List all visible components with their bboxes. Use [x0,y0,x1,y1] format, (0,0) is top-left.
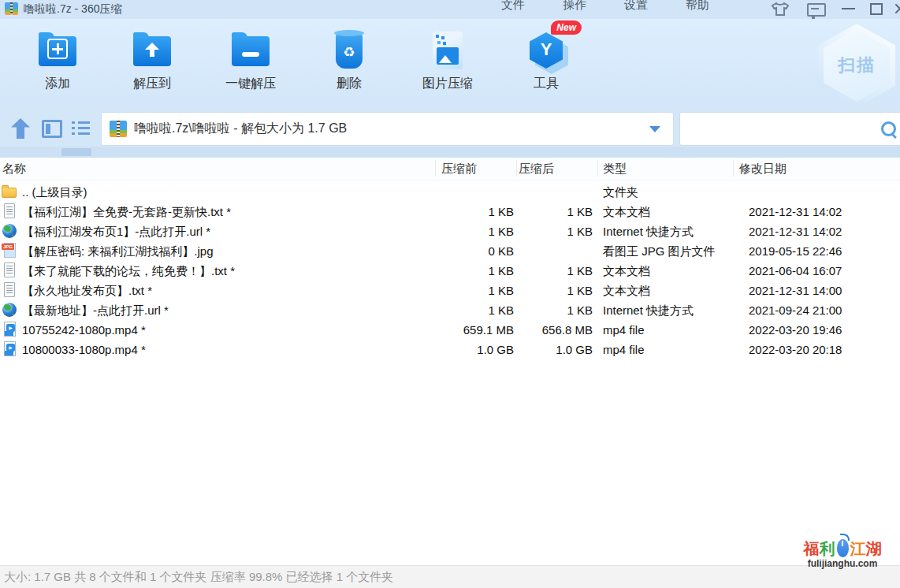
delete-button[interactable]: 删除 [306,20,392,110]
txt-file-icon [2,262,17,278]
extract-to-label: 解压到 [109,76,195,92]
table-row[interactable]: 【最新地址】-点此打开.url * 1 KB 1 KB Internet 快捷方… [0,300,900,320]
menu-item-help[interactable]: 帮助 [686,0,709,13]
list-view-icon[interactable] [72,121,91,136]
file-name: 10755242-1080p.mp4 * [22,320,146,340]
column-separator[interactable] [516,160,517,177]
table-row[interactable]: 10800033-1080p.mp4 * 1.0 GB 1.0 GB mp4 f… [0,340,900,359]
one-click-extract-button[interactable]: 一键解压 [203,20,298,110]
size-before: 1 KB [394,261,514,281]
modified-date: 2022-03-20 20:18 [749,340,842,359]
column-header-row: 名称 压缩前 压缩后 类型 修改日期 [0,158,900,180]
size-before: 1 KB [394,221,514,241]
archive-file-icon [110,121,127,137]
menubar: 文件 操作 设置 帮助 [501,0,709,13]
search-input[interactable] [686,116,871,143]
file-name: 10800033-1080p.mp4 * [22,340,146,359]
view-mode-icon[interactable] [42,120,62,138]
size-after: 1 KB [504,221,593,241]
add-folder-icon [35,28,80,73]
scrollbar-thumb[interactable] [61,148,91,156]
image-compress-icon [426,28,470,73]
new-badge: New [551,20,582,35]
minimize-button[interactable] [842,8,855,9]
up-level-icon[interactable] [11,118,30,139]
file-list-area: 名称 压缩前 压缩后 类型 修改日期 .. (上级目录) 文件夹 【福利江湖】全… [0,158,900,565]
image-compress-button[interactable]: 图片压缩 [400,20,495,110]
file-type: 文本文档 [603,281,650,300]
table-row[interactable]: 【解压密码: 来福利江湖找福利】.jpg 0 KB 看图王 JPG 图片文件 2… [0,241,900,261]
table-row[interactable]: 10755242-1080p.mp4 * 659.1 MB 656.8 MB m… [0,320,900,340]
column-header-size-before[interactable]: 压缩前 [441,162,477,177]
file-name: 【福利江湖发布页1】-点此打开.url * [22,221,210,241]
statusbar: 大小: 1.7 GB 共 8 个文件和 1 个文件夹 压缩率 99.8% 已经选… [0,565,900,588]
menu-item-settings[interactable]: 设置 [624,0,648,13]
table-row[interactable]: .. (上级目录) 文件夹 [0,182,900,202]
txt-file-icon [2,282,17,298]
column-header-size-after[interactable]: 压缩后 [519,162,554,177]
maximize-button[interactable] [870,3,883,15]
modified-date: 2021-06-04 16:07 [749,261,842,281]
scan-shield-button[interactable]: 扫描 [818,24,895,107]
delete-label: 删除 [306,76,392,92]
column-header-name[interactable]: 名称 [2,162,26,177]
file-name: 【解压密码: 来福利江湖找福利】.jpg [22,241,214,261]
modified-date: 2019-05-15 22:46 [749,241,842,261]
horizontal-scrollbar[interactable] [0,147,900,158]
size-after: 656.8 MB [504,320,593,340]
tools-button[interactable]: New 工具 [503,20,589,110]
navbar: 噜啦啦.7z\噜啦啦 - 解包大小为 1.7 GB [0,105,900,158]
tools-hexagon-icon [524,28,568,73]
image-compress-label: 图片压缩 [400,76,495,92]
add-label: 添加 [14,76,101,92]
size-after: 1.0 GB [504,340,593,359]
menu-item-file[interactable]: 文件 [501,0,525,13]
watermark-url: fulijianghu.com [787,558,898,569]
feedback-icon[interactable] [807,3,826,17]
modified-date: 2021-12-31 14:02 [749,221,842,241]
chevron-down-icon [649,126,660,132]
watermark-char: 江 [850,541,866,556]
url-file-icon [2,223,17,239]
watermark-brand: 福利江湖 [787,539,898,557]
table-row[interactable]: 【福利江湖发布页1】-点此打开.url * 1 KB 1 KB Internet… [0,221,900,241]
size-before: 1 KB [394,300,514,320]
skin-theme-icon[interactable] [771,2,790,17]
app-window: 噜啦啦.7z - 360压缩 文件 操作 设置 帮助 添加 [0,0,900,588]
one-click-extract-icon [229,28,273,73]
column-separator[interactable] [435,160,436,177]
close-button[interactable] [894,2,900,15]
watermark-char: 湖 [866,541,882,556]
watermark-char: 福 [804,541,820,556]
mp4-file-icon [2,341,17,357]
window-title: 噜啦啦.7z - 360压缩 [24,2,121,17]
address-dropdown-button[interactable] [645,113,665,145]
address-bar[interactable]: 噜啦啦.7z\噜啦啦 - 解包大小为 1.7 GB [101,112,674,146]
file-type: Internet 快捷方式 [603,300,694,320]
column-separator[interactable] [597,160,598,177]
menu-item-action[interactable]: 操作 [563,0,586,13]
extract-to-folder-icon [130,28,174,73]
file-type: mp4 file [603,320,645,340]
table-row[interactable]: 【永久地址发布页】.txt * 1 KB 1 KB 文本文档 2021-12-3… [0,281,900,300]
search-box[interactable] [679,112,900,146]
file-name: 【福利江湖】全免费-无套路-更新快.txt * [22,202,231,221]
extract-to-button[interactable]: 解压到 [109,20,195,110]
search-icon[interactable] [881,121,896,136]
address-text: 噜啦啦.7z\噜啦啦 - 解包大小为 1.7 GB [134,121,347,137]
size-after: 1 KB [504,281,593,300]
column-header-type[interactable]: 类型 [603,162,627,177]
watermark-logo: 福利江湖 fulijianghu.com [787,539,898,569]
url-file-icon [2,302,17,318]
add-button[interactable]: 添加 [14,20,101,110]
column-separator[interactable] [733,160,734,177]
file-type: 看图王 JPG 图片文件 [603,241,716,261]
table-row[interactable]: 【来了就能下载的论坛，纯免费！】.txt * 1 KB 1 KB 文本文档 20… [0,261,900,281]
column-header-date[interactable]: 修改日期 [739,162,787,177]
size-after: 1 KB [504,261,593,281]
size-before: 0 KB [394,241,514,261]
status-text: 大小: 1.7 GB 共 8 个文件和 1 个文件夹 压缩率 99.8% 已经选… [4,570,393,585]
delete-trash-icon [327,28,371,73]
table-row[interactable]: 【福利江湖】全免费-无套路-更新快.txt * 1 KB 1 KB 文本文档 2… [0,202,900,221]
size-after: 1 KB [504,202,593,221]
